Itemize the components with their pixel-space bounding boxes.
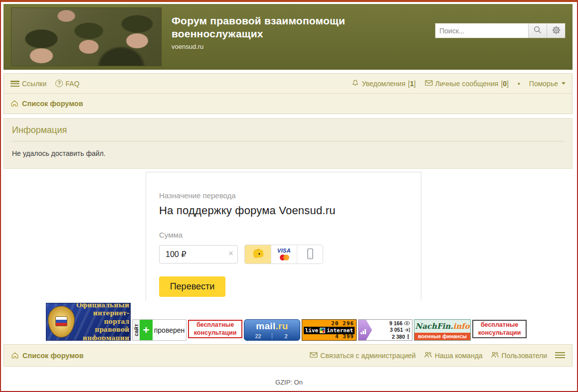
- nachfin-logo: NachFin.info: [414, 320, 470, 333]
- banner-row: Официальный интернет-портал правовой инф…: [46, 301, 577, 341]
- payment-section: Назначение перевода На поддержку форума …: [3, 172, 573, 301]
- footer-our-team[interactable]: Наша команда: [424, 351, 483, 360]
- mailru-count-left: 22: [244, 333, 272, 339]
- clear-amount-button[interactable]: ×: [228, 249, 233, 258]
- info-panel-title: Информация: [12, 125, 564, 135]
- method-yandex-wallet[interactable]: [245, 245, 271, 263]
- method-bank-card[interactable]: VISA: [271, 245, 297, 263]
- amount-input-wrap: ×: [159, 245, 238, 263]
- payment-purpose-label: Назначение перевода: [159, 191, 408, 200]
- liveinternet-icon: [320, 328, 325, 333]
- banner-mailru-counter[interactable]: mail.ru 22 2: [244, 319, 300, 341]
- breadcrumb-label: Список форумов: [22, 100, 83, 108]
- home-icon: [11, 351, 19, 360]
- question-icon: ?: [55, 80, 63, 87]
- notifications-count-wrap: [1]: [408, 80, 416, 88]
- footer-bar: Список форумов Связаться с администрацие…: [3, 344, 573, 367]
- site-title-line2: военнослужащих: [172, 28, 263, 39]
- payment-widget: Назначение перевода На поддержку форума …: [146, 172, 421, 301]
- hamburger-icon: [10, 81, 19, 87]
- payment-purpose-value: На поддержку форума Voensud.ru: [159, 204, 408, 217]
- banner-nachfin[interactable]: NachFin.info военные финансы: [414, 319, 471, 341]
- nav-faq[interactable]: ? FAQ: [55, 80, 79, 88]
- bar-chart-icon: [361, 329, 366, 334]
- amount-input[interactable]: [159, 245, 238, 263]
- notifications-count: 1: [410, 80, 414, 88]
- payment-method-selector: VISA: [244, 245, 323, 264]
- wallet-icon: [251, 248, 264, 261]
- counter-arrow-icon: [359, 320, 372, 340]
- payment-amount-label: Сумма: [159, 231, 408, 239]
- site-checked-word: проверен: [153, 320, 186, 340]
- site-header: Форум правовой взаимопомощи военнослужащ…: [3, 4, 573, 70]
- notifications-label: Уведомления: [362, 80, 405, 88]
- people-icon: [424, 351, 432, 360]
- visa-logo: VISA: [277, 248, 291, 254]
- messages-label: Личные сообщения: [435, 80, 499, 88]
- amount-row: × VISA: [159, 245, 408, 264]
- banner-liveinternet-counter[interactable]: 20 296 live internet 4 399: [302, 319, 357, 341]
- footer-forum-list[interactable]: Список форумов: [11, 351, 84, 360]
- info-divider: [12, 141, 564, 141]
- counter-visitors: 2 380: [392, 334, 405, 340]
- site-titles: Форум правовой взаимопомощи военнослужащ…: [172, 14, 345, 50]
- nav-links-menu[interactable]: Ссылки: [10, 80, 46, 88]
- info-panel: Информация Не удалось доставить файл.: [3, 118, 573, 169]
- russian-flag-icon: [55, 316, 67, 326]
- search-button[interactable]: [528, 23, 547, 38]
- envelope-icon: [425, 80, 433, 88]
- search-input[interactable]: [435, 23, 528, 38]
- footer-menu-button[interactable]: [555, 352, 565, 359]
- breadcrumb-row: Список форумов: [4, 94, 572, 114]
- page: Форум правовой взаимопомощи военнослужащ…: [0, 0, 578, 392]
- counter-rows: 9 166 3 051 2 380: [372, 320, 412, 340]
- search-box: [435, 23, 566, 38]
- footer-members-label: Пользователи: [502, 352, 547, 360]
- footer-team-label: Наша команда: [435, 352, 483, 360]
- banner-legal-portal[interactable]: Официальный интернет-портал правовой инф…: [46, 303, 131, 341]
- person-icon: [406, 334, 410, 339]
- phone-icon: [307, 248, 314, 261]
- footer-links: Связаться с администрацией Наша команда …: [310, 351, 565, 360]
- separator-bullet: •: [518, 80, 520, 88]
- banner-site-checked[interactable]: сайт + проверен: [132, 319, 187, 341]
- exit-arrow-icon: [404, 328, 410, 332]
- navbar-left-group: Ссылки ? FAQ: [10, 80, 79, 88]
- eagle-emblem-icon: [48, 306, 74, 337]
- search-icon: [533, 25, 542, 36]
- banner-legal-portal-text: Официальный интернет-портал правовой инф…: [76, 303, 129, 341]
- eye-icon: [404, 321, 410, 325]
- mailru-counts: 22 2: [244, 333, 300, 339]
- site-checked-vertical-label: сайт: [133, 320, 140, 340]
- nav-private-messages[interactable]: Личные сообщения [0]: [425, 80, 509, 88]
- method-phone[interactable]: [297, 245, 323, 263]
- gear-icon: [552, 26, 561, 36]
- navbar-right-group: Уведомления [1] Личные сообщения [0] • П…: [352, 79, 566, 88]
- banner-visit-counter[interactable]: 9 166 3 051 2 380: [358, 319, 412, 341]
- site-logo-photo[interactable]: [11, 7, 162, 66]
- navbar: Ссылки ? FAQ Уведомления [1]: [3, 73, 573, 114]
- site-title: Форум правовой взаимопомощи военнослужащ…: [172, 14, 345, 41]
- nav-notifications[interactable]: Уведомления [1]: [352, 79, 415, 88]
- footer-breadcrumb-label: Список форумов: [22, 352, 84, 360]
- advanced-search-button[interactable]: [547, 23, 565, 38]
- transfer-button[interactable]: Перевести: [159, 276, 225, 297]
- user-menu[interactable]: Поморье: [529, 80, 566, 88]
- footer-contact-admin[interactable]: Связаться с администрацией: [310, 352, 415, 360]
- navbar-top-row: Ссылки ? FAQ Уведомления [1]: [4, 74, 572, 94]
- banner-free-consultations-2[interactable]: бесплатные консультации: [472, 320, 527, 338]
- breadcrumb-forum-list[interactable]: Список форумов: [10, 99, 83, 108]
- liveinternet-count-top: 20 296: [302, 320, 356, 327]
- footer-members[interactable]: Пользователи: [491, 351, 547, 360]
- banner-free-consultations-1[interactable]: бесплатные консультации: [188, 320, 242, 338]
- info-message: Не удалось доставить файл.: [12, 149, 564, 157]
- messages-count: 0: [503, 80, 507, 88]
- username: Поморье: [529, 80, 558, 88]
- counter-views: 9 166: [389, 321, 402, 326]
- nav-faq-label: FAQ: [65, 80, 79, 88]
- liveinternet-count-bottom: 4 399: [333, 333, 356, 340]
- messages-count-wrap: [0]: [501, 80, 509, 88]
- mastercard-icon: [278, 255, 290, 261]
- home-icon: [10, 99, 18, 108]
- counter-entries: 3 051: [390, 327, 403, 333]
